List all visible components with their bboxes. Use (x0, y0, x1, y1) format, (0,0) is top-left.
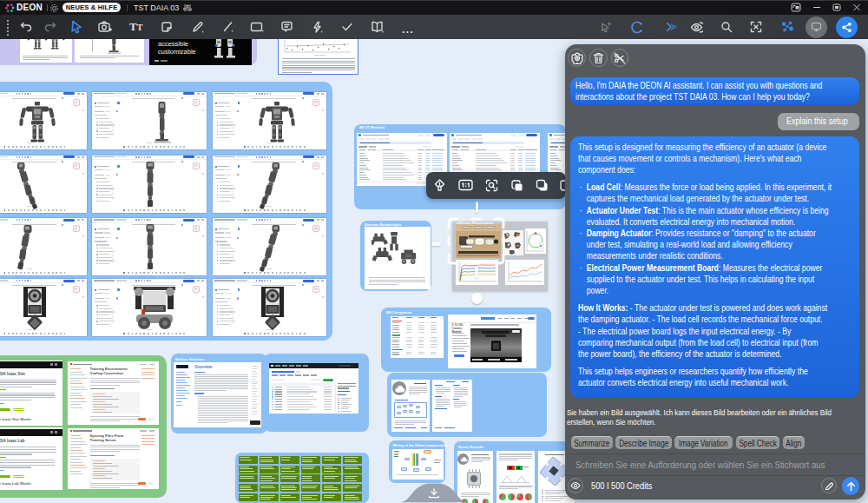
svg-text:Cost (USD): Cost (USD) (314, 54, 326, 56)
